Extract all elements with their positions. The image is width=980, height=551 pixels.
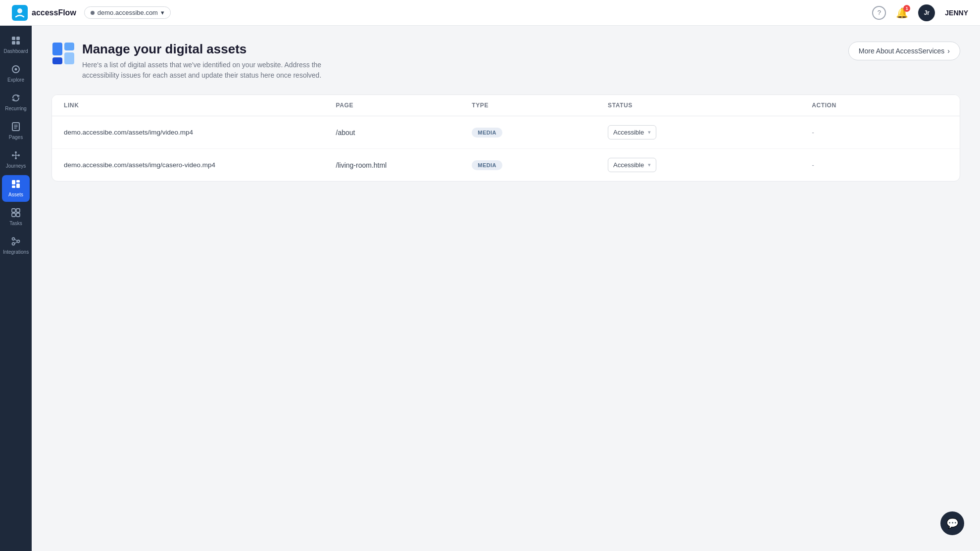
svg-rect-21 <box>12 185 15 188</box>
sidebar-label-journeys: Journeys <box>6 163 26 169</box>
row1-type-badge: MEDIA <box>472 128 502 138</box>
topbar-right: ? 🔔 1 Jr JENNY <box>872 4 968 21</box>
main-content: Manage your digital assets Here's a list… <box>32 26 980 551</box>
sidebar-label-recurring: Recurring <box>5 106 26 112</box>
pages-icon <box>11 122 21 133</box>
col-header-type: TYPE <box>472 102 608 109</box>
row1-type: MEDIA <box>472 128 608 138</box>
sidebar-item-tasks[interactable]: Tasks <box>2 204 30 230</box>
row1-page: /about <box>336 129 472 137</box>
assets-table: LINK PAGE TYPE STATUS ACTION demo.access… <box>51 94 960 182</box>
svg-line-29 <box>15 239 17 241</box>
logo[interactable]: accessFlow <box>12 5 76 21</box>
row2-action: - <box>812 161 948 169</box>
sidebar-item-pages[interactable]: Pages <box>2 118 30 144</box>
svg-rect-24 <box>12 213 15 217</box>
explore-icon <box>11 64 21 76</box>
svg-point-14 <box>15 151 17 153</box>
row2-link: demo.accessibe.com/assets/img/casero-vid… <box>64 161 336 169</box>
svg-rect-5 <box>16 41 20 45</box>
col-header-link: LINK <box>64 102 336 109</box>
svg-rect-33 <box>64 43 74 50</box>
assets-icon <box>11 179 21 190</box>
more-btn-label: More About AccessServices <box>859 47 945 55</box>
svg-rect-2 <box>12 37 15 40</box>
layout: Dashboard Explore Recurring Pages Journe… <box>0 26 980 551</box>
sidebar-item-journeys[interactable]: Journeys <box>2 146 30 173</box>
svg-point-27 <box>17 240 20 243</box>
col-header-page: PAGE <box>336 102 472 109</box>
sidebar: Dashboard Explore Recurring Pages Journe… <box>0 26 32 551</box>
row2-status-select[interactable]: Accessible ▾ <box>608 158 656 172</box>
integrations-icon <box>11 236 21 248</box>
more-about-button[interactable]: More About AccessServices › <box>848 42 960 60</box>
svg-point-12 <box>12 154 14 156</box>
table-row: demo.accessibe.com/assets/img/casero-vid… <box>52 149 960 181</box>
row2-chevron-down-icon: ▾ <box>648 162 651 168</box>
table-row: demo.accessibe.com/assets/img/video.mp4 … <box>52 116 960 149</box>
recurring-icon <box>11 93 21 104</box>
question-icon: ? <box>878 9 881 16</box>
svg-rect-20 <box>16 180 20 183</box>
svg-point-13 <box>18 154 20 156</box>
avatar: Jr <box>918 4 935 21</box>
row1-chevron-down-icon: ▾ <box>648 129 651 136</box>
svg-point-26 <box>12 238 15 240</box>
sidebar-item-assets[interactable]: Assets <box>2 175 30 202</box>
page-title: Manage your digital assets <box>82 42 330 57</box>
row2-status-value: Accessible <box>613 161 644 169</box>
page-subtitle: Here's a list of digital assets that we'… <box>82 60 330 81</box>
svg-rect-19 <box>16 184 20 188</box>
page-header: Manage your digital assets Here's a list… <box>51 42 960 81</box>
col-header-action: ACTION <box>812 102 948 109</box>
row1-status-select[interactable]: Accessible ▾ <box>608 125 656 139</box>
notifications-button[interactable]: 🔔 1 <box>896 7 908 19</box>
svg-rect-34 <box>52 57 62 64</box>
sidebar-label-explore: Explore <box>7 77 24 83</box>
dashboard-icon <box>11 36 21 47</box>
logo-text: accessFlow <box>32 8 76 17</box>
sidebar-label-integrations: Integrations <box>3 249 29 255</box>
page-title-section: Manage your digital assets Here's a list… <box>51 42 330 81</box>
logo-icon <box>12 5 28 21</box>
chat-icon: 💬 <box>946 517 959 529</box>
row2-page: /living-room.html <box>336 161 472 169</box>
sidebar-item-integrations[interactable]: Integrations <box>2 232 30 259</box>
journeys-icon <box>11 150 21 162</box>
svg-rect-22 <box>12 209 15 212</box>
sidebar-label-tasks: Tasks <box>9 221 22 227</box>
svg-rect-18 <box>12 180 15 184</box>
sidebar-label-pages: Pages <box>9 135 23 140</box>
page-title-text-group: Manage your digital assets Here's a list… <box>82 42 330 81</box>
svg-rect-25 <box>16 213 20 217</box>
topbar-left: accessFlow demo.accessibe.com ▾ <box>12 5 171 21</box>
page-assets-icon <box>51 42 75 65</box>
row1-status-value: Accessible <box>613 129 644 136</box>
sidebar-item-explore[interactable]: Explore <box>2 60 30 87</box>
table-header: LINK PAGE TYPE STATUS ACTION <box>52 95 960 116</box>
tasks-icon <box>11 208 21 219</box>
svg-point-28 <box>12 243 15 245</box>
sidebar-item-dashboard[interactable]: Dashboard <box>2 32 30 58</box>
svg-rect-32 <box>64 52 74 64</box>
domain-selector[interactable]: demo.accessibe.com ▾ <box>84 6 171 19</box>
row1-action: - <box>812 129 948 137</box>
sidebar-item-recurring[interactable]: Recurring <box>2 89 30 116</box>
svg-line-30 <box>15 242 17 244</box>
row2-type-badge: MEDIA <box>472 160 502 170</box>
chat-bubble-button[interactable]: 💬 <box>940 511 964 535</box>
svg-rect-3 <box>16 37 20 40</box>
col-header-status: STATUS <box>608 102 812 109</box>
topbar: accessFlow demo.accessibe.com ▾ ? 🔔 1 Jr… <box>0 0 980 26</box>
row2-type: MEDIA <box>472 160 608 170</box>
help-button[interactable]: ? <box>872 6 886 20</box>
sidebar-label-dashboard: Dashboard <box>4 48 28 54</box>
user-name: JENNY <box>945 9 968 17</box>
arrow-right-icon: › <box>947 47 950 55</box>
svg-rect-23 <box>16 209 20 212</box>
domain-text: demo.accessibe.com <box>98 9 158 16</box>
svg-point-15 <box>15 157 17 159</box>
row1-status: Accessible ▾ <box>608 125 812 139</box>
svg-rect-4 <box>12 41 15 45</box>
domain-status-dot <box>91 11 95 15</box>
